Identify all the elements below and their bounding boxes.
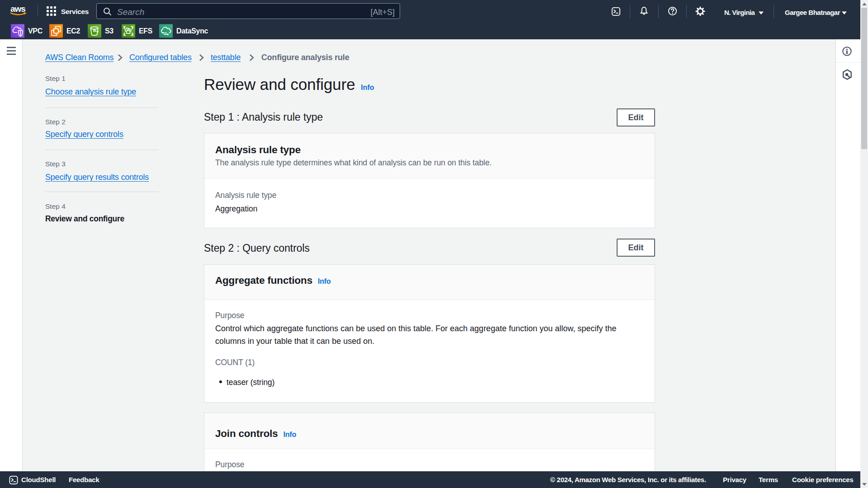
svg-text:aws: aws — [10, 4, 25, 14]
